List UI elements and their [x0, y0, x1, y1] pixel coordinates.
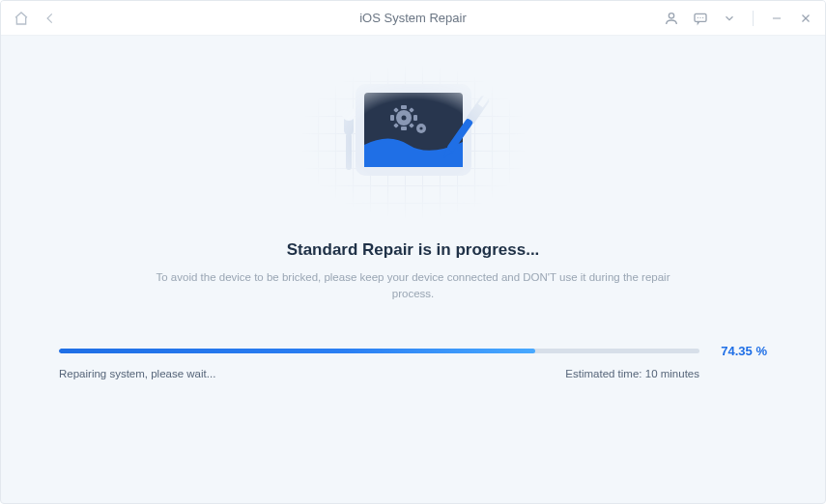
chevron-down-icon[interactable]	[720, 9, 739, 28]
progress-heading: Standard Repair is in progress...	[287, 240, 540, 260]
titlebar-controls	[662, 9, 815, 28]
svg-rect-10	[401, 126, 407, 130]
svg-rect-21	[346, 133, 352, 170]
progress-row: 74.35 %	[59, 344, 767, 358]
titlebar-nav	[11, 8, 61, 29]
svg-rect-9	[401, 105, 407, 109]
svg-rect-12	[413, 115, 417, 121]
svg-point-20	[342, 107, 356, 121]
back-icon[interactable]	[40, 8, 61, 29]
home-icon[interactable]	[11, 8, 32, 29]
titlebar: iOS System Repair	[1, 1, 825, 36]
svg-point-0	[669, 13, 673, 17]
progress-status: Repairing system, please wait...	[59, 368, 215, 379]
progress-subtext: To avoid the device to be bricked, pleas…	[143, 269, 684, 303]
repair-illustration	[302, 65, 525, 219]
main-content: Standard Repair is in progress... To avo…	[1, 36, 825, 503]
close-button[interactable]	[796, 9, 815, 28]
feedback-icon[interactable]	[691, 9, 710, 28]
svg-point-8	[401, 116, 406, 121]
minimize-button[interactable]	[767, 9, 786, 28]
account-icon[interactable]	[662, 9, 681, 28]
app-window: iOS System Repair	[0, 0, 826, 504]
device-repair-icon	[322, 74, 505, 210]
progress-bar	[59, 349, 699, 353]
svg-rect-11	[390, 115, 394, 121]
progress-percent: 74.35 %	[713, 344, 767, 358]
progress-meta: Repairing system, please wait... Estimat…	[59, 368, 767, 379]
progress-section: 74.35 % Repairing system, please wait...…	[59, 344, 767, 379]
titlebar-separator	[753, 11, 754, 26]
progress-bar-fill	[59, 349, 535, 353]
svg-point-18	[419, 126, 422, 129]
progress-eta: Estimated time: 10 minutes	[565, 368, 699, 379]
